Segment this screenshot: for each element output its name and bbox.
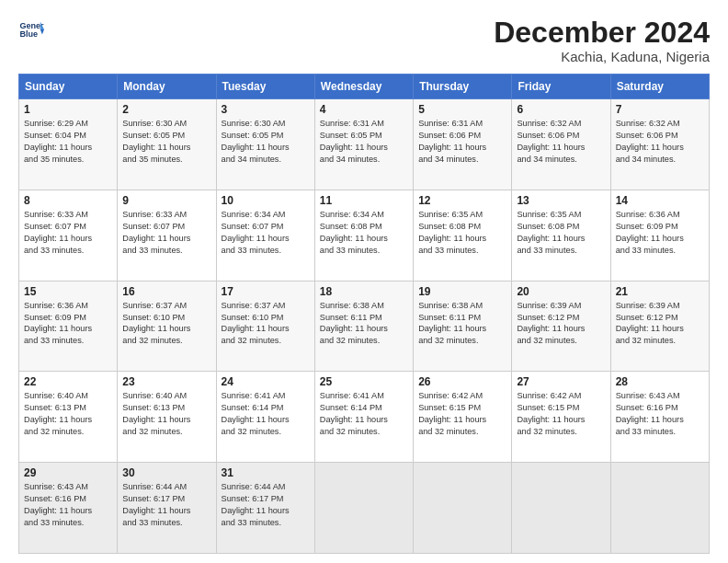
day-number: 20 xyxy=(517,285,605,298)
day-number: 3 xyxy=(222,103,310,116)
table-row: 7Sunrise: 6:32 AM Sunset: 6:06 PM Daylig… xyxy=(610,99,709,190)
day-number: 19 xyxy=(418,285,506,298)
day-info: Sunrise: 6:41 AM Sunset: 6:14 PM Dayligh… xyxy=(320,390,408,438)
day-info: Sunrise: 6:32 AM Sunset: 6:06 PM Dayligh… xyxy=(616,118,704,166)
day-number: 28 xyxy=(616,375,704,388)
day-number: 15 xyxy=(24,285,112,298)
day-info: Sunrise: 6:43 AM Sunset: 6:16 PM Dayligh… xyxy=(616,390,704,438)
day-number: 24 xyxy=(222,375,310,388)
header: General Blue December 2024 Kachia, Kadun… xyxy=(18,17,710,64)
day-info: Sunrise: 6:41 AM Sunset: 6:14 PM Dayligh… xyxy=(222,390,310,438)
table-row: 18Sunrise: 6:38 AM Sunset: 6:11 PM Dayli… xyxy=(314,281,413,372)
day-info: Sunrise: 6:33 AM Sunset: 6:07 PM Dayligh… xyxy=(24,209,112,257)
day-info: Sunrise: 6:30 AM Sunset: 6:05 PM Dayligh… xyxy=(222,118,310,166)
day-info: Sunrise: 6:36 AM Sunset: 6:09 PM Dayligh… xyxy=(616,209,704,257)
day-number: 1 xyxy=(24,103,112,116)
table-row: 12Sunrise: 6:35 AM Sunset: 6:08 PM Dayli… xyxy=(414,190,512,281)
day-number: 12 xyxy=(418,194,506,207)
day-info: Sunrise: 6:30 AM Sunset: 6:05 PM Dayligh… xyxy=(122,118,210,166)
day-number: 14 xyxy=(616,194,704,207)
day-info: Sunrise: 6:40 AM Sunset: 6:13 PM Dayligh… xyxy=(122,390,210,438)
day-info: Sunrise: 6:35 AM Sunset: 6:08 PM Dayligh… xyxy=(517,209,605,257)
day-number: 7 xyxy=(616,103,704,116)
day-info: Sunrise: 6:34 AM Sunset: 6:07 PM Dayligh… xyxy=(222,209,310,257)
day-number: 5 xyxy=(418,103,506,116)
day-info: Sunrise: 6:44 AM Sunset: 6:17 PM Dayligh… xyxy=(122,481,210,529)
col-sunday: Sunday xyxy=(19,75,118,99)
day-info: Sunrise: 6:40 AM Sunset: 6:13 PM Dayligh… xyxy=(24,390,112,438)
page-title: December 2024 xyxy=(494,17,710,49)
day-number: 27 xyxy=(517,375,605,388)
day-number: 8 xyxy=(24,194,112,207)
day-info: Sunrise: 6:31 AM Sunset: 6:05 PM Dayligh… xyxy=(320,118,408,166)
page-subtitle: Kachia, Kaduna, Nigeria xyxy=(494,49,710,64)
day-number: 2 xyxy=(122,103,210,116)
calendar-table: Sunday Monday Tuesday Wednesday Thursday… xyxy=(18,74,710,554)
col-tuesday: Tuesday xyxy=(216,75,314,99)
day-info: Sunrise: 6:42 AM Sunset: 6:15 PM Dayligh… xyxy=(418,390,506,438)
day-number: 9 xyxy=(122,194,210,207)
day-info: Sunrise: 6:39 AM Sunset: 6:12 PM Dayligh… xyxy=(616,300,704,348)
logo-icon: General Blue xyxy=(18,17,44,42)
table-row: 3Sunrise: 6:30 AM Sunset: 6:05 PM Daylig… xyxy=(216,99,314,190)
table-row xyxy=(414,463,512,554)
day-number: 17 xyxy=(222,285,310,298)
table-row xyxy=(512,463,610,554)
table-row: 13Sunrise: 6:35 AM Sunset: 6:08 PM Dayli… xyxy=(512,190,610,281)
day-number: 11 xyxy=(320,194,408,207)
calendar-week-row: 8Sunrise: 6:33 AM Sunset: 6:07 PM Daylig… xyxy=(19,190,710,281)
table-row: 8Sunrise: 6:33 AM Sunset: 6:07 PM Daylig… xyxy=(19,190,118,281)
day-info: Sunrise: 6:42 AM Sunset: 6:15 PM Dayligh… xyxy=(517,390,605,438)
calendar-week-row: 29Sunrise: 6:43 AM Sunset: 6:16 PM Dayli… xyxy=(19,463,710,554)
page: General Blue December 2024 Kachia, Kadun… xyxy=(0,0,728,563)
day-number: 30 xyxy=(122,466,210,479)
table-row: 17Sunrise: 6:37 AM Sunset: 6:10 PM Dayli… xyxy=(216,281,314,372)
day-info: Sunrise: 6:39 AM Sunset: 6:12 PM Dayligh… xyxy=(517,300,605,348)
calendar-week-row: 1Sunrise: 6:29 AM Sunset: 6:04 PM Daylig… xyxy=(19,99,710,190)
logo: General Blue xyxy=(18,17,44,42)
table-row: 11Sunrise: 6:34 AM Sunset: 6:08 PM Dayli… xyxy=(314,190,413,281)
table-row: 28Sunrise: 6:43 AM Sunset: 6:16 PM Dayli… xyxy=(610,372,709,463)
table-row: 10Sunrise: 6:34 AM Sunset: 6:07 PM Dayli… xyxy=(216,190,314,281)
calendar-week-row: 15Sunrise: 6:36 AM Sunset: 6:09 PM Dayli… xyxy=(19,281,710,372)
day-number: 23 xyxy=(122,375,210,388)
table-row: 16Sunrise: 6:37 AM Sunset: 6:10 PM Dayli… xyxy=(118,281,216,372)
day-info: Sunrise: 6:38 AM Sunset: 6:11 PM Dayligh… xyxy=(418,300,506,348)
day-info: Sunrise: 6:44 AM Sunset: 6:17 PM Dayligh… xyxy=(222,481,310,529)
day-number: 10 xyxy=(222,194,310,207)
day-number: 22 xyxy=(24,375,112,388)
table-row: 9Sunrise: 6:33 AM Sunset: 6:07 PM Daylig… xyxy=(118,190,216,281)
table-row: 6Sunrise: 6:32 AM Sunset: 6:06 PM Daylig… xyxy=(512,99,610,190)
table-row xyxy=(610,463,709,554)
day-info: Sunrise: 6:43 AM Sunset: 6:16 PM Dayligh… xyxy=(24,481,112,529)
day-number: 31 xyxy=(222,466,310,479)
day-info: Sunrise: 6:38 AM Sunset: 6:11 PM Dayligh… xyxy=(320,300,408,348)
table-row: 1Sunrise: 6:29 AM Sunset: 6:04 PM Daylig… xyxy=(19,99,118,190)
table-row: 21Sunrise: 6:39 AM Sunset: 6:12 PM Dayli… xyxy=(610,281,709,372)
day-number: 6 xyxy=(517,103,605,116)
table-row: 14Sunrise: 6:36 AM Sunset: 6:09 PM Dayli… xyxy=(610,190,709,281)
table-row: 27Sunrise: 6:42 AM Sunset: 6:15 PM Dayli… xyxy=(512,372,610,463)
col-saturday: Saturday xyxy=(610,75,709,99)
table-row: 23Sunrise: 6:40 AM Sunset: 6:13 PM Dayli… xyxy=(118,372,216,463)
table-row: 26Sunrise: 6:42 AM Sunset: 6:15 PM Dayli… xyxy=(414,372,512,463)
svg-text:Blue: Blue xyxy=(19,29,38,39)
col-wednesday: Wednesday xyxy=(314,75,413,99)
day-number: 21 xyxy=(616,285,704,298)
table-row xyxy=(314,463,413,554)
day-info: Sunrise: 6:33 AM Sunset: 6:07 PM Dayligh… xyxy=(122,209,210,257)
day-number: 16 xyxy=(122,285,210,298)
title-block: December 2024 Kachia, Kaduna, Nigeria xyxy=(494,17,710,64)
table-row: 31Sunrise: 6:44 AM Sunset: 6:17 PM Dayli… xyxy=(216,463,314,554)
day-info: Sunrise: 6:34 AM Sunset: 6:08 PM Dayligh… xyxy=(320,209,408,257)
table-row: 19Sunrise: 6:38 AM Sunset: 6:11 PM Dayli… xyxy=(414,281,512,372)
table-row: 29Sunrise: 6:43 AM Sunset: 6:16 PM Dayli… xyxy=(19,463,118,554)
col-monday: Monday xyxy=(118,75,216,99)
col-friday: Friday xyxy=(512,75,610,99)
day-info: Sunrise: 6:36 AM Sunset: 6:09 PM Dayligh… xyxy=(24,300,112,348)
calendar-header-row: Sunday Monday Tuesday Wednesday Thursday… xyxy=(19,75,710,99)
table-row: 20Sunrise: 6:39 AM Sunset: 6:12 PM Dayli… xyxy=(512,281,610,372)
day-info: Sunrise: 6:31 AM Sunset: 6:06 PM Dayligh… xyxy=(418,118,506,166)
day-info: Sunrise: 6:32 AM Sunset: 6:06 PM Dayligh… xyxy=(517,118,605,166)
day-info: Sunrise: 6:37 AM Sunset: 6:10 PM Dayligh… xyxy=(122,300,210,348)
